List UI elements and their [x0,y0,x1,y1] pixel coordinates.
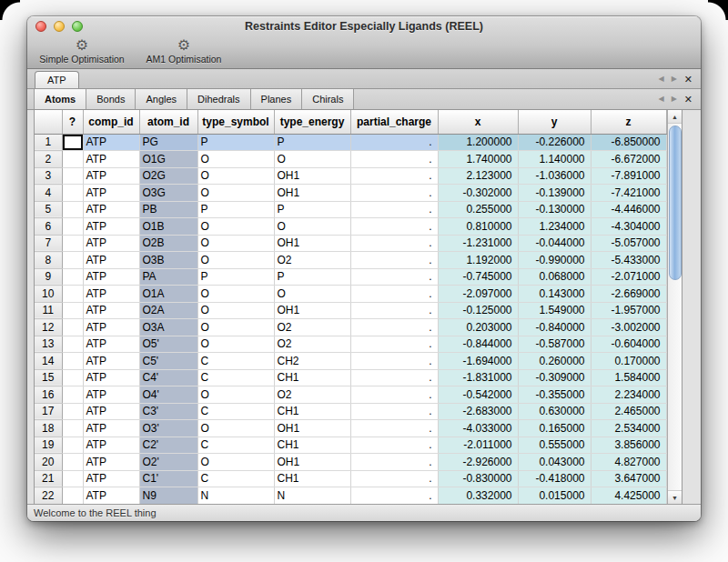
cell-type_symbol[interactable]: O [197,167,274,185]
cell-x[interactable]: -4.033000 [438,420,518,437]
cell-x[interactable]: -0.830000 [438,470,518,487]
cell-comp_id[interactable]: ATP [83,252,139,269]
cell-comp_id[interactable]: ATP [83,319,139,336]
cell-x[interactable]: -0.125000 [438,302,518,319]
cell-atom_id[interactable]: O3G [139,185,197,202]
cell-z[interactable]: -6.850000 [591,134,666,151]
cell-comp_id[interactable]: ATP [83,167,139,185]
cell-comp_id[interactable]: ATP [83,201,139,218]
zoom-window-button[interactable] [72,21,83,32]
row-number[interactable]: 20 [35,454,62,471]
cell-y[interactable]: 1.549000 [518,302,591,319]
cell-type_symbol[interactable]: O [197,454,274,471]
cell-comp_id[interactable]: ATP [83,151,139,168]
row-number[interactable]: 11 [35,302,62,319]
cell-type_energy[interactable]: OH1 [274,185,350,202]
cell-q[interactable] [62,437,83,454]
cell-comp_id[interactable]: ATP [83,470,139,487]
cell-partial_charge[interactable]: . [350,487,438,505]
column-header-x[interactable]: x [438,110,518,134]
cell-y[interactable]: 0.165000 [518,420,591,437]
row-number[interactable]: 5 [35,201,62,218]
cell-z[interactable]: -6.672000 [591,151,666,168]
cell-z[interactable]: 4.425000 [591,487,666,505]
row-number[interactable]: 1 [35,134,62,151]
cell-q[interactable] [62,201,83,218]
cell-type_symbol[interactable]: O [197,286,274,303]
titlebar[interactable]: Restraints Editor Especially Ligands (RE… [27,16,701,36]
close-window-button[interactable] [35,21,46,32]
simple-optimisation-button[interactable]: ⚙ Simple Optimisation [38,37,126,65]
cell-type_symbol[interactable]: N [197,487,274,505]
cell-z[interactable]: -0.604000 [591,336,666,353]
cell-type_symbol[interactable]: O [197,336,274,353]
minimize-window-button[interactable] [54,21,65,32]
row-number[interactable]: 3 [35,167,62,185]
cell-type_symbol[interactable]: P [197,268,274,286]
cell-comp_id[interactable]: ATP [83,386,139,404]
cell-q[interactable] [62,185,83,202]
cell-x[interactable]: -0.302000 [438,185,518,202]
cell-q[interactable] [62,151,83,168]
cell-comp_id[interactable]: ATP [83,369,139,386]
cell-partial_charge[interactable]: . [350,403,438,420]
tab-bonds[interactable]: Bonds [86,89,136,109]
cell-type_symbol[interactable]: O [197,235,274,252]
cell-atom_id[interactable]: O2A [139,302,197,319]
cell-x[interactable]: -1.694000 [438,353,518,370]
cell-partial_charge[interactable]: . [350,218,438,236]
scroll-down-button[interactable]: ▼ [668,490,682,504]
cell-comp_id[interactable]: ATP [83,286,139,303]
cell-q[interactable] [62,134,83,151]
cell-q[interactable] [62,268,83,286]
cell-y[interactable]: 0.555000 [518,437,591,454]
cell-comp_id[interactable]: ATP [83,487,139,505]
cell-type_symbol[interactable]: O [197,386,274,404]
column-header-type_symbol[interactable]: type_symbol [197,110,274,134]
cell-z[interactable]: -2.071000 [591,268,666,286]
cell-y[interactable]: -0.309000 [518,369,591,386]
cell-type_energy[interactable]: CH1 [274,470,350,487]
cell-z[interactable]: -4.446000 [591,201,666,218]
cell-partial_charge[interactable]: . [350,386,438,404]
cell-comp_id[interactable]: ATP [83,336,139,353]
row-number[interactable]: 13 [35,336,62,353]
scroll-tabs-right-icon[interactable]: ▶ [672,95,677,104]
cell-x[interactable]: -2.097000 [438,286,518,303]
cell-type_energy[interactable]: O2 [274,319,350,336]
cell-y[interactable]: 1.234000 [518,218,591,236]
cell-x[interactable]: -1.231000 [438,235,518,252]
cell-x[interactable]: 0.810000 [438,218,518,236]
cell-q[interactable] [62,286,83,303]
cell-x[interactable]: -2.683000 [438,403,518,420]
row-number[interactable]: 12 [35,319,62,336]
cell-type_energy[interactable]: N [274,487,350,505]
cell-type_symbol[interactable]: O [197,302,274,319]
cell-comp_id[interactable]: ATP [83,235,139,252]
cell-y[interactable]: 0.630000 [518,403,591,420]
cell-atom_id[interactable]: O2G [139,167,197,185]
cell-partial_charge[interactable]: . [350,302,438,319]
cell-atom_id[interactable]: C1' [139,470,197,487]
cell-comp_id[interactable]: ATP [83,302,139,319]
cell-type_energy[interactable]: O [274,151,350,168]
row-number[interactable]: 10 [35,286,62,303]
cell-partial_charge[interactable]: . [350,235,438,252]
cell-x[interactable]: 2.123000 [438,167,518,185]
cell-partial_charge[interactable]: . [350,134,438,151]
cell-y[interactable]: 0.015000 [518,487,591,505]
cell-type_symbol[interactable]: P [197,201,274,218]
cell-partial_charge[interactable]: . [350,369,438,386]
cell-partial_charge[interactable]: . [350,167,438,185]
row-number[interactable]: 6 [35,218,62,236]
cell-z[interactable]: 2.465000 [591,403,666,420]
cell-z[interactable]: -7.891000 [591,167,666,185]
cell-atom_id[interactable]: PB [139,201,197,218]
column-header-z[interactable]: z [591,110,666,134]
cell-type_energy[interactable]: O [274,218,350,236]
tab-atoms[interactable]: Atoms [34,89,86,109]
cell-comp_id[interactable]: ATP [83,185,139,202]
scroll-tabs-left-icon[interactable]: ◀ [658,95,663,104]
cell-partial_charge[interactable]: . [350,201,438,218]
row-number[interactable]: 22 [35,487,62,505]
